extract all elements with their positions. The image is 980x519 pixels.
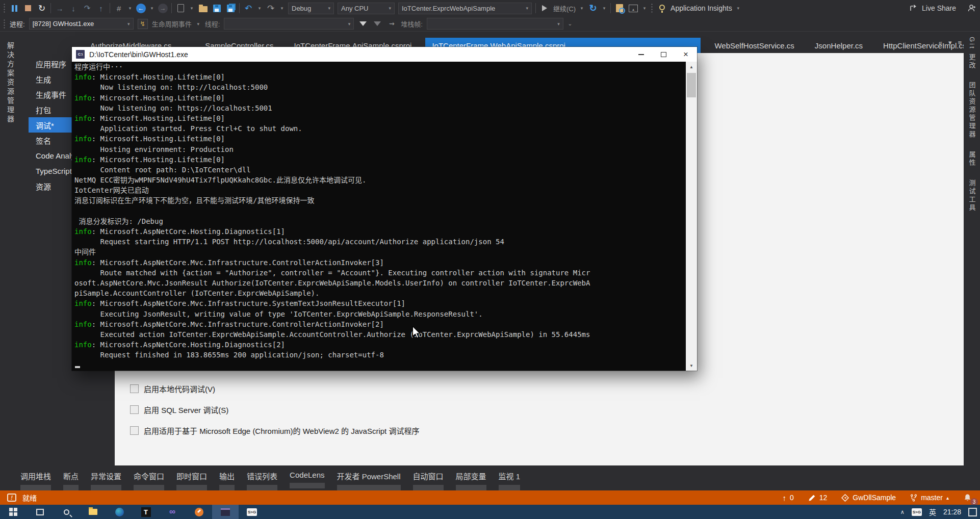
search-button[interactable] [53,505,80,519]
filter-flagged-button[interactable] [372,19,382,29]
tray-chevron-icon[interactable]: ∧ [900,509,905,515]
bottom-panel-tab[interactable]: 自动窗口 [413,471,444,490]
debug-option-row[interactable]: 启用本地代码调试(V) [130,383,419,394]
find-in-files-button[interactable] [614,3,625,13]
active-files-dropdown-icon[interactable]: ▾ [948,39,952,46]
open-file-button[interactable] [198,3,208,13]
scroll-tabs-icon[interactable]: « [939,39,942,46]
lifecycle-events-button[interactable]: ↯ [138,19,148,29]
scroll-down-arrow-icon[interactable]: ▼ [686,360,697,371]
taskbar-clock[interactable]: 21:28 [943,508,961,516]
checkbox[interactable] [130,384,139,393]
t-app-button[interactable]: T [133,505,159,519]
visual-studio-button[interactable]: ∞ [159,505,186,519]
bottom-panel-tab[interactable]: 开发者 PowerShell [337,471,401,490]
continue-label[interactable]: 继续(C) [553,4,576,13]
solution-platform-dropdown[interactable]: Any CPU ▾ [338,3,395,14]
right-dock-tab[interactable]: Git 更改 [967,37,977,69]
bottom-panel-tab[interactable]: 即时窗口 [176,471,207,490]
stop-debugging-button[interactable] [23,3,33,13]
new-file-button[interactable] [175,3,186,13]
bottom-panel-tab[interactable]: 输出 [219,471,235,490]
show-next-statement-button[interactable]: → [55,3,65,13]
dropdown-caret[interactable]: ▾ [279,6,285,11]
notifications-button[interactable]: 3 [959,490,975,505]
app-insights-button[interactable] [657,3,667,13]
toolbar-grip[interactable] [3,19,6,29]
debug-option-row[interactable]: 启用 SQL Server 调试(S) [130,404,419,415]
live-share-button[interactable]: Live Share [910,4,956,12]
thread-dropdown[interactable]: ▾ [224,18,354,30]
dropdown-caret[interactable]: ▾ [736,6,741,11]
navigate-forward-button[interactable]: → [158,4,168,13]
bottom-panel-tab[interactable]: CodeLens [290,471,324,488]
break-all-button[interactable] [9,3,19,13]
step-out-button[interactable]: ↑ [96,3,106,13]
app-insights-label[interactable]: Application Insights [670,4,732,12]
orange-app-button[interactable] [186,505,212,519]
step-over-button[interactable]: ↷ [82,3,92,13]
dropdown-caret[interactable]: ▾ [127,6,133,11]
save-all-button[interactable] [225,3,236,13]
document-tab[interactable]: JsonHelper.cs [808,38,869,53]
action-center-icon[interactable] [968,508,977,516]
scrollbar-thumb[interactable] [687,73,696,97]
dropdown-caret[interactable]: ▾ [602,6,607,11]
right-dock-tab[interactable]: 属性 [967,151,977,167]
scroll-up-arrow-icon[interactable]: ▲ [686,62,697,72]
navigate-back-button[interactable]: ← [136,4,146,13]
solution-configuration-dropdown[interactable]: Debug ▾ [288,3,334,14]
continue-button[interactable] [539,3,550,13]
filter-button[interactable] [358,19,368,29]
sogou-tray-icon[interactable]: S>G [912,508,922,516]
maximize-button[interactable] [652,47,675,62]
window-menu-icon[interactable]: ≡ [958,39,962,46]
right-dock-tab[interactable]: 团队资源管理器 [967,82,977,139]
bottom-panel-tab[interactable]: 命令窗口 [134,471,164,490]
git-push-status[interactable]: ↑ 0 [778,490,797,505]
toolbar-grip[interactable] [3,3,6,13]
process-dropdown[interactable]: [8728] GWHost1.exe ▾ [29,18,134,30]
dropdown-caret[interactable]: ▾ [196,21,201,27]
sogou-app-button[interactable]: S>G [239,505,265,519]
toolbar-grip[interactable] [651,3,653,13]
dropdown-caret[interactable]: ▾ [149,6,154,11]
bottom-panel-tab[interactable]: 调用堆栈 [20,471,51,490]
code-map-button[interactable]: # [114,3,124,13]
file-explorer-button[interactable] [80,505,106,519]
sign-in-button[interactable] [967,3,977,13]
startup-project-dropdown[interactable]: IoTCenter.ExprcWebApiSample ▾ [398,3,532,14]
edge-browser-button[interactable] [106,505,133,519]
undo-button[interactable]: ↶ [243,3,253,13]
bottom-panel-tab[interactable]: 监视 1 [499,471,521,490]
dropdown-caret[interactable]: ▾ [189,6,194,11]
refresh-button[interactable]: ↻ [588,3,598,13]
step-into-button[interactable]: ↓ [68,3,79,13]
live-visual-tree-button[interactable]: ▴ [628,3,638,13]
ime-indicator[interactable]: 英 [929,507,936,517]
checkbox[interactable] [130,405,139,414]
console-app-button[interactable] [212,505,239,519]
save-button[interactable] [212,3,222,13]
redo-button[interactable]: ↷ [266,3,276,13]
debug-option-row[interactable]: 启用适用于基于 Microsoft Edge (Chromium)的 WebVi… [130,425,419,436]
toolbar-overflow-caret[interactable]: ⌄ [568,20,573,27]
git-edits-status[interactable]: 12 [804,490,832,505]
git-branch-status[interactable]: master ▴ [906,490,953,505]
restart-button[interactable]: ↻ [37,3,47,13]
bottom-panel-tab[interactable]: 异常设置 [91,471,121,490]
minimize-button[interactable] [630,47,652,62]
feedback-icon[interactable]: ! [7,494,16,502]
console-scrollbar[interactable]: ▲ ▼ [686,62,697,371]
start-button[interactable] [0,505,27,519]
solution-explorer-dock-tab[interactable]: 解决方案资源管理器 [5,42,15,124]
toggle-current-thread-button[interactable]: ⇝ [386,19,397,29]
checkbox[interactable] [130,426,139,435]
dropdown-caret[interactable]: ▾ [579,6,584,11]
bottom-panel-tab[interactable]: 错误列表 [247,471,277,490]
close-button[interactable]: × [675,47,697,62]
right-dock-tab[interactable]: 测试工具 [967,179,977,212]
dropdown-caret[interactable]: ▾ [642,6,647,11]
dropdown-caret[interactable]: ▾ [257,6,262,11]
lifecycle-events-label[interactable]: 生命周期事件 [152,19,192,29]
